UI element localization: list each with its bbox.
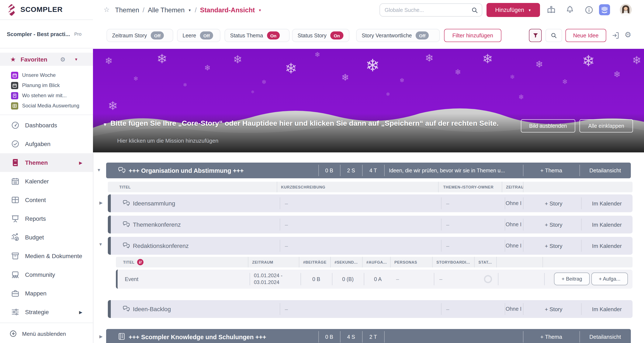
hide-menu-label: Menü ausblenden <box>22 330 66 337</box>
sidebar-item-kalender[interactable]: Kalender <box>0 172 93 190</box>
add-story-button[interactable]: + Story <box>526 194 581 212</box>
toggle-leere[interactable]: Leere Off <box>177 29 220 42</box>
breadcrumb-view[interactable]: Standard-Ansicht <box>200 6 255 14</box>
theme-row-ideensammlung[interactable]: Ideensammlung – – Ohne I + Story Im Kale… <box>108 194 632 212</box>
mission-prompt[interactable]: Hier klicken um die Mission hinzuzufügen <box>117 138 218 144</box>
collapse-banner-icon[interactable]: ▼ <box>103 122 108 127</box>
collapse-row-icon[interactable]: ▼ <box>98 242 103 247</box>
expand-row-icon[interactable]: ▶ <box>99 200 102 205</box>
group-header-knowledge[interactable]: +++ Scompler Knowledge und Schulungen ++… <box>106 329 631 343</box>
favorite-item-social-media-auswertung[interactable]: Social Media Auswertung <box>6 101 91 110</box>
add-story-button[interactable]: + Story <box>526 300 581 318</box>
settings-gear-icon[interactable]: ⚙ <box>624 30 631 40</box>
theme-title[interactable]: Themenkonferenz <box>133 216 181 234</box>
search-icon <box>550 32 557 39</box>
favorite-item-planung-im-blick[interactable]: Planung im Blick <box>6 81 91 90</box>
show-in-calendar-button[interactable]: Im Kalender <box>581 216 632 234</box>
favorite-item-unsere-woche[interactable]: Unsere Woche <box>6 70 91 80</box>
chevron-down-icon[interactable]: ▼ <box>188 8 192 12</box>
table-search-button[interactable] <box>546 29 562 42</box>
theme-row-redaktionskonferenz[interactable]: Redaktionskonferenz – – Ohne I + Story I… <box>108 237 632 255</box>
sidebar-item-mappen[interactable]: Mappen <box>0 284 93 303</box>
sidebar-item-label: Dashboards <box>25 122 57 128</box>
sidebar-item-reports[interactable]: Reports <box>0 209 93 228</box>
scompler-logo-icon <box>6 4 18 16</box>
mission-banner[interactable]: ❄ ❄ ❄ ❄ ❄ ❄ ❄ ❄ ❄ ❄ ❄ ❄ ❄ ❄ ❄ ❄ ❄ ❄ ❄ ❄ … <box>93 49 644 152</box>
core-story-prompt[interactable]: Bitte fügen Sie Ihre „Core-Story“ oder H… <box>110 119 526 128</box>
chevron-down-icon[interactable]: ▼ <box>74 57 78 61</box>
search-icon[interactable] <box>471 7 478 14</box>
add-aufgabe-button[interactable]: + Aufga... <box>591 272 628 285</box>
detail-view-button[interactable]: Detailansicht <box>580 162 631 178</box>
chevron-down-icon[interactable]: ▼ <box>258 8 262 12</box>
sidebar-item-strategie[interactable]: Strategie ▶ <box>0 303 93 321</box>
event-row[interactable]: Event 01.01.2024 - 03.01.2024 0 B 0 (B) … <box>116 270 632 289</box>
add-story-button[interactable]: + Story <box>526 237 581 255</box>
toggle-story-verantwortliche[interactable]: Story Verantwortliche Off <box>356 29 440 42</box>
notifications-bell-icon[interactable] <box>566 5 574 14</box>
hide-image-button[interactable]: Bild ausblenden <box>521 119 575 132</box>
global-search-input[interactable] <box>380 4 470 16</box>
collapse-group-icon[interactable]: ▼ <box>97 168 101 172</box>
event-title[interactable]: Event <box>125 270 138 289</box>
theme-title[interactable]: Ideensammlung <box>133 194 175 212</box>
logo[interactable]: SCOMPLER <box>0 0 93 20</box>
breadcrumb-page[interactable]: Alle Themen <box>148 6 184 14</box>
favorite-item-wo-stehen-wir[interactable]: Wo stehen wir mit... <box>6 91 91 100</box>
toggle-zeitraum-story[interactable]: Zeitraum Story Off <box>106 29 173 42</box>
import-icon[interactable] <box>612 32 620 40</box>
sidebar-item-aufgaben[interactable]: Aufgaben <box>0 134 93 153</box>
workspace-plan-badge: Pro <box>74 32 82 36</box>
show-in-calendar-button[interactable]: Im Kalender <box>581 194 632 212</box>
hide-menu-button[interactable]: Menü ausblenden <box>9 330 66 338</box>
theme-kurzbeschreibung: – <box>285 300 288 318</box>
event-aufgaben-count: 0 A <box>364 270 392 289</box>
group-description <box>389 329 520 343</box>
favorites-title: Favoriten <box>20 56 47 62</box>
favorite-star-icon[interactable]: ☆ <box>104 6 110 14</box>
add-button[interactable]: Hinzufügen ▼ <box>486 3 540 17</box>
sidebar-item-budget[interactable]: Budget <box>0 228 93 247</box>
favorites-gear-icon[interactable]: ⚙ <box>60 56 66 62</box>
theme-row-ideen-backlog[interactable]: Ideen-Backlog – – Ohne I + Story Im Kale… <box>108 300 632 318</box>
theme-title[interactable]: Ideen-Backlog <box>133 300 171 318</box>
breadcrumb-section[interactable]: Themen <box>115 6 139 14</box>
knowledge-book-icon[interactable] <box>547 6 556 14</box>
group-header-organisation[interactable]: +++ Organisation und Abstimmung +++ 0 B … <box>106 162 631 178</box>
sidebar-item-dashboards[interactable]: Dashboards <box>0 116 93 134</box>
show-in-calendar-button[interactable]: Im Kalender <box>581 300 632 318</box>
toggle-status-story[interactable]: Status Story On <box>292 29 350 42</box>
theme-owner: – <box>446 194 449 212</box>
add-thema-button[interactable]: + Thema <box>523 329 580 343</box>
group-count-beitraege: 0 B <box>318 329 340 343</box>
sort-icon[interactable] <box>137 259 144 265</box>
show-in-calendar-button[interactable]: Im Kalender <box>581 237 632 255</box>
info-icon[interactable] <box>584 6 594 14</box>
add-beitrag-button[interactable]: + Beitrag <box>554 272 590 285</box>
favorites-header[interactable]: ★ Favoriten ⚙ ▼ <box>0 53 93 66</box>
new-idea-button[interactable]: Neue Idee <box>566 29 606 42</box>
add-filter-button[interactable]: Filter hinzufügen <box>444 29 501 42</box>
sidebar-item-medien-dokumente[interactable]: Medien & Dokumente <box>0 247 93 265</box>
sidebar-item-label: Kalender <box>25 178 49 185</box>
calendar-icon <box>11 82 18 89</box>
intercom-chat-icon[interactable] <box>599 4 610 15</box>
add-thema-button[interactable]: + Thema <box>523 162 580 178</box>
sidebar-item-themen[interactable]: Themen ▶ <box>0 153 93 172</box>
chat-bubbles-icon <box>122 220 130 228</box>
add-story-button[interactable]: + Story <box>526 216 581 234</box>
theme-row-themenkonferenz[interactable]: Themenkonferenz – – Ohne I + Story Im Ka… <box>108 216 632 234</box>
sidebar-item-content[interactable]: Content <box>0 190 93 209</box>
detail-view-button[interactable]: Detailansicht <box>580 329 631 343</box>
theme-kurzbeschreibung: – <box>285 194 288 212</box>
collapse-all-button[interactable]: Alle einklappen <box>580 119 633 132</box>
toggle-status-thema[interactable]: Status Thema On <box>224 29 290 42</box>
sidebar-item-community[interactable]: Community <box>0 265 93 284</box>
theme-title[interactable]: Redaktionskonferenz <box>133 237 189 255</box>
favorite-item-label: Planung im Blick <box>22 82 60 88</box>
workspace-selector[interactable]: Scompler - Best practi... Pro <box>0 20 93 48</box>
status-ring-icon[interactable] <box>484 275 492 283</box>
user-avatar[interactable] <box>620 4 632 16</box>
filter-funnel-button[interactable] <box>529 29 542 42</box>
expand-group-icon[interactable]: ▶ <box>99 334 102 339</box>
